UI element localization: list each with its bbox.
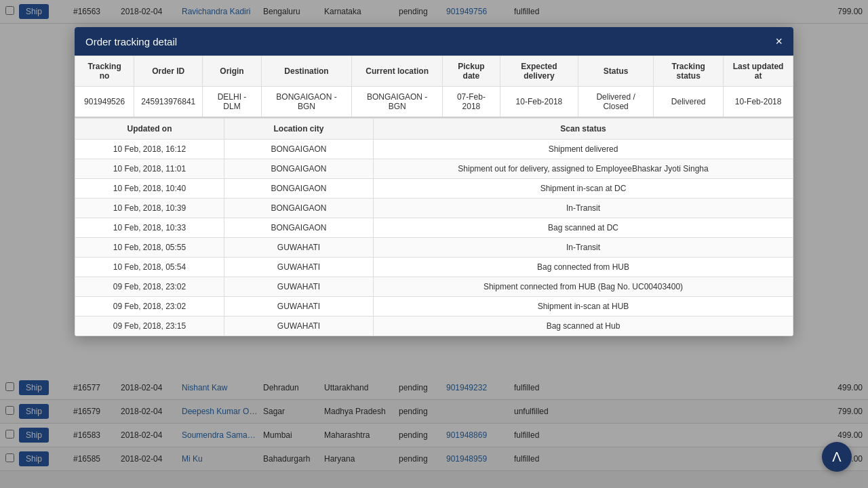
history-row: 10 Feb, 2018, 10:39 BONGAIGAON In-Transi… <box>75 199 793 218</box>
history-scan-status: Shipment delivered <box>374 140 793 159</box>
col-tracking-status: Tracking status <box>654 56 724 87</box>
history-scan-status: Bag scanned at Hub <box>374 317 793 336</box>
history-scan-status: Shipment in-scan at DC <box>374 179 793 199</box>
col-origin: Origin <box>203 56 261 87</box>
col-expected-delivery: Expected delivery <box>500 56 578 87</box>
fab-button[interactable]: Λ <box>822 442 852 471</box>
history-updated-on: 09 Feb, 2018, 23:02 <box>75 277 224 297</box>
info-pickup-date: 07-Feb-2018 <box>443 87 500 118</box>
col-location-city: Location city <box>224 119 374 140</box>
history-scan-status: Bag connected from HUB <box>374 258 793 277</box>
history-location: GUWAHATI <box>224 238 374 258</box>
order-info-table: Tracking no Order ID Origin Destination … <box>75 56 793 118</box>
history-location: GUWAHATI <box>224 297 374 317</box>
info-current-location: BONGAIGAON - BGN <box>352 87 443 118</box>
info-tracking-no: 901949526 <box>75 87 134 118</box>
history-row: 10 Feb, 2018, 16:12 BONGAIGAON Shipment … <box>75 140 793 159</box>
col-updated-on: Updated on <box>75 119 224 140</box>
history-updated-on: 10 Feb, 2018, 11:01 <box>75 159 224 179</box>
col-pickup-date: Pickup date <box>443 56 500 87</box>
history-updated-on: 10 Feb, 2018, 16:12 <box>75 140 224 159</box>
modal-title: Order tracking detail <box>85 36 177 47</box>
order-tracking-modal: Order tracking detail × Tracking no Orde… <box>75 27 793 336</box>
history-scan-status: Shipment connected from HUB (Bag No. UC0… <box>374 277 793 297</box>
col-last-updated: Last updated at <box>724 56 793 87</box>
history-updated-on: 09 Feb, 2018, 23:15 <box>75 317 224 336</box>
history-location: BONGAIGAON <box>224 179 374 199</box>
modal-header: Order tracking detail × <box>75 27 793 56</box>
col-current-location: Current location <box>352 56 443 87</box>
tracking-history-table: Updated on Location city Scan status 10 … <box>75 118 793 336</box>
info-destination: BONGAIGAON - BGN <box>261 87 352 118</box>
history-updated-on: 10 Feb, 2018, 10:39 <box>75 199 224 218</box>
history-scan-status: In-Transit <box>374 238 793 258</box>
info-last-updated: 10-Feb-2018 <box>724 87 793 118</box>
modal-close-button[interactable]: × <box>775 35 783 47</box>
col-status: Status <box>578 56 653 87</box>
history-updated-on: 10 Feb, 2018, 10:40 <box>75 179 224 199</box>
history-row: 10 Feb, 2018, 05:54 GUWAHATI Bag connect… <box>75 258 793 277</box>
history-location: GUWAHATI <box>224 317 374 336</box>
history-scan-status: In-Transit <box>374 199 793 218</box>
col-order-id: Order ID <box>134 56 203 87</box>
info-origin: DELHI - DLM <box>203 87 261 118</box>
history-location: GUWAHATI <box>224 277 374 297</box>
history-row: 09 Feb, 2018, 23:02 GUWAHATI Shipment in… <box>75 297 793 317</box>
history-updated-on: 10 Feb, 2018, 05:54 <box>75 258 224 277</box>
history-scan-status: Shipment out for delivery, assigned to E… <box>374 159 793 179</box>
history-location: BONGAIGAON <box>224 159 374 179</box>
modal-overlay: Order tracking detail × Tracking no Orde… <box>0 0 868 471</box>
col-tracking-no: Tracking no <box>75 56 134 87</box>
history-location: BONGAIGAON <box>224 140 374 159</box>
modal-body: Tracking no Order ID Origin Destination … <box>75 56 793 336</box>
history-row: 10 Feb, 2018, 10:33 BONGAIGAON Bag scann… <box>75 218 793 238</box>
order-info-row: 901949526 245913976841 DELHI - DLM BONGA… <box>75 87 793 118</box>
history-row: 10 Feb, 2018, 11:01 BONGAIGAON Shipment … <box>75 159 793 179</box>
history-updated-on: 09 Feb, 2018, 23:02 <box>75 297 224 317</box>
history-row: 10 Feb, 2018, 05:55 GUWAHATI In-Transit <box>75 238 793 258</box>
history-updated-on: 10 Feb, 2018, 10:33 <box>75 218 224 238</box>
history-location: GUWAHATI <box>224 258 374 277</box>
info-status: Delivered / Closed <box>578 87 653 118</box>
col-scan-status: Scan status <box>374 119 793 140</box>
info-tracking-status: Delivered <box>654 87 724 118</box>
col-destination: Destination <box>261 56 352 87</box>
history-location: BONGAIGAON <box>224 199 374 218</box>
history-scan-status: Shipment in-scan at HUB <box>374 297 793 317</box>
history-scan-status: Bag scanned at DC <box>374 218 793 238</box>
info-expected-delivery: 10-Feb-2018 <box>500 87 578 118</box>
history-location: BONGAIGAON <box>224 218 374 238</box>
history-updated-on: 10 Feb, 2018, 05:55 <box>75 238 224 258</box>
info-order-id: 245913976841 <box>134 87 203 118</box>
history-row: 09 Feb, 2018, 23:15 GUWAHATI Bag scanned… <box>75 317 793 336</box>
fab-icon: Λ <box>832 449 841 465</box>
history-row: 09 Feb, 2018, 23:02 GUWAHATI Shipment co… <box>75 277 793 297</box>
history-row: 10 Feb, 2018, 10:40 BONGAIGAON Shipment … <box>75 179 793 199</box>
